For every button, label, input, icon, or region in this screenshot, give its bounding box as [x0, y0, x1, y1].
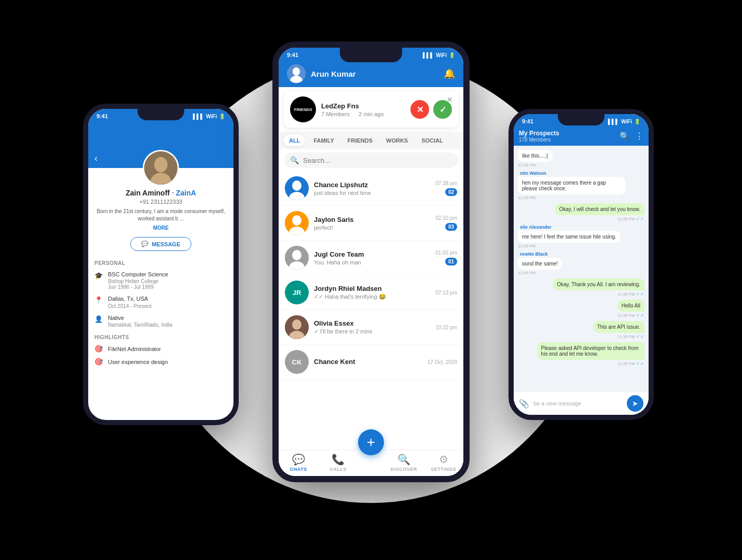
chat-right-1: 07:38 am 02: [435, 180, 457, 196]
calls-label: CALLS: [330, 467, 347, 472]
chat-avatar-1: [285, 176, 309, 200]
chats-label: CHATS: [290, 467, 307, 472]
profile-phone: +91 2311122333: [94, 199, 227, 205]
search-input[interactable]: [303, 157, 452, 164]
chat-preview-1: just ideas for next time: [314, 190, 430, 196]
profile-avatar: [143, 150, 179, 186]
bottom-tab-chats[interactable]: 💬 CHATS: [279, 453, 319, 472]
messages-area: like this....:( 11:35 PM stin Watson hen…: [514, 146, 649, 391]
highlight-text-1: FileNet Administrator: [108, 346, 161, 352]
education-item: 🎓 BSC Computer Science Bishop Heber Coll…: [88, 268, 233, 292]
send-button[interactable]: ➤: [627, 395, 643, 412]
chat-item-info-3: Jugl Core Team You: Haha oh man: [314, 250, 430, 265]
phone-right: 9:41 ▌▌▌WiFi🔋 My Prospects 178 Members 🔍…: [509, 109, 654, 420]
group-search-icon[interactable]: 🔍: [620, 131, 630, 141]
message-time-4: 11:35 PM: [518, 244, 535, 248]
notch-right: [558, 114, 604, 125]
chats-icon: 💬: [292, 453, 305, 466]
message-bubble-6: Okay, Thank you All. I am reviewing.: [553, 278, 644, 290]
decline-button[interactable]: ✕: [410, 100, 429, 119]
search-bar: 🔍: [284, 152, 458, 168]
location-item: 📍 Dallas, Tx, USA Oct 2014 - Present: [88, 292, 233, 311]
notch-left: [138, 109, 184, 120]
bottom-bar: 💬 CHATS 📞 CALLS 🔍 DISCOVER ⚙ SETTINGS +: [279, 450, 463, 476]
chat-item-info-5: Olivia Essex ✓ I'll be there in 2 mins: [314, 319, 430, 335]
message-9: Please asked API developer to check from…: [537, 342, 644, 366]
chat-time-5: 10:32 pm: [435, 325, 457, 330]
chat-avatar-6: CK: [285, 350, 309, 374]
group-menu-icon[interactable]: ⋮: [635, 131, 643, 141]
message-6: Okay, Thank you All. I am reviewing. 11:…: [553, 278, 644, 297]
message-button[interactable]: 💬 MESSAGE: [130, 237, 191, 251]
group-name: My Prospects: [519, 130, 620, 137]
profile-header: ‹: [88, 121, 233, 168]
bell-icon[interactable]: 🔔: [444, 68, 455, 79]
tab-social[interactable]: SOCIAL: [416, 135, 448, 146]
message-input-placeholder[interactable]: be a new message: [533, 400, 623, 407]
bottom-tab-discover[interactable]: 🔍 DISCOVER: [384, 453, 424, 472]
chat-item-info-6: Chance Kent: [314, 358, 422, 367]
message-8: This are API issue. 11:35 PM ✓✓: [593, 321, 644, 339]
chat-item-4[interactable]: JR Jordyn Rhiel Madsen ✓✓ Haha that's te…: [279, 275, 463, 310]
chat-item-2[interactable]: Jaylon Saris perfect! 02:10 pm 03: [279, 206, 463, 241]
message-bubble-3: Okay, I will check and let you know.: [555, 203, 644, 215]
chat-time-4: 07:13 pm: [435, 290, 457, 296]
discover-icon: 🔍: [397, 453, 410, 466]
chat-item-info-2: Jaylon Saris perfect!: [314, 216, 430, 231]
invite-info: LedZep Fns 7 Members · 2 min ago: [321, 102, 405, 117]
profile-info: Zain Aminoff · ZainA +91 2311122333 Born…: [88, 189, 233, 232]
sender-name-4: slie Alexander: [520, 225, 552, 230]
tab-family[interactable]: FAMILY: [308, 135, 339, 146]
profile-name: Zain Aminoff · ZainA: [94, 189, 227, 197]
chat-name-4: Jordyn Rhiel Madsen: [314, 285, 430, 292]
chat-item-5[interactable]: Olivia Essex ✓ I'll be there in 2 mins 1…: [279, 310, 463, 345]
native-label: Native: [108, 314, 172, 322]
settings-icon: ⚙: [439, 453, 448, 466]
bottom-tab-settings[interactable]: ⚙ SETTINGS: [424, 453, 464, 472]
chat-list: Chance Lipshutz just ideas for next time…: [279, 171, 463, 450]
read-ticks-7: ✓✓: [636, 313, 644, 318]
message-time-6: 11:35 PM ✓✓: [553, 291, 644, 297]
college-name: Bishop Heber College: [108, 278, 168, 284]
tab-works[interactable]: WORKS: [381, 135, 413, 146]
chat-tabs: ALL FAMILY FRIENDS WORKS SOCIAL: [279, 132, 463, 149]
location-name: Dallas, Tx, USA: [108, 295, 152, 303]
svg-point-7: [292, 180, 301, 191]
bottom-tab-calls[interactable]: 📞 CALLS: [319, 453, 359, 472]
tab-all[interactable]: ALL: [284, 135, 305, 146]
header-avatar: [287, 64, 306, 83]
chat-item-info-4: Jordyn Rhiel Madsen ✓✓ Haha that's terri…: [314, 285, 430, 300]
fab-button[interactable]: +: [358, 429, 384, 455]
chat-badge-3: 01: [445, 258, 457, 265]
chat-item-6[interactable]: CK Chance Kent 17 Oct, 2020: [279, 345, 463, 380]
back-button[interactable]: ‹: [94, 153, 98, 164]
chat-right-4: 07:13 pm: [435, 290, 457, 296]
chat-name-3: Jugl Core Team: [314, 250, 430, 258]
message-2: stin Watson hen my message comes there a…: [518, 171, 625, 200]
invite-close-button[interactable]: ✕: [447, 95, 453, 104]
highlight-icon-2: 🎯: [94, 358, 103, 366]
read-ticks-6: ✓✓: [636, 291, 644, 297]
attach-icon[interactable]: 📎: [519, 399, 529, 409]
notch-center: [340, 48, 402, 62]
chat-preview-5: ✓ I'll be there in 2 mins: [314, 328, 430, 335]
chat-time-3: 01:55 pm: [435, 250, 457, 256]
chat-preview-2: perfect!: [314, 225, 430, 231]
settings-label: SETTINGS: [431, 467, 456, 472]
sender-name-5: nnette Black: [520, 251, 548, 257]
svg-point-10: [292, 215, 301, 226]
profile-bio: Born in the 21st century, I am a mode co…: [94, 208, 227, 222]
status-time-right: 9:41: [522, 118, 533, 124]
message-bubble-7: Hello All: [617, 300, 644, 312]
chat-header-user: Arun Kumar: [287, 64, 356, 83]
message-bubble-4: me here! I feel the same issue hile usin…: [518, 231, 621, 243]
chat-name-2: Jaylon Saris: [314, 216, 430, 223]
highlight-item-1: 🎯 FileNet Administrator: [88, 342, 233, 355]
chat-item-1[interactable]: Chance Lipshutz just ideas for next time…: [279, 171, 463, 206]
sender-name-2: stin Watson: [520, 171, 546, 176]
more-link[interactable]: MORE: [153, 225, 169, 231]
chat-item-3[interactable]: Jugl Core Team You: Haha oh man 01:55 pm…: [279, 241, 463, 275]
invite-content: FRIENDS LedZep Fns 7 Members · 2 min ago…: [290, 96, 452, 122]
chat-preview-4: ✓✓ Haha that's terrifying 😂: [314, 293, 430, 300]
tab-friends[interactable]: FRIENDS: [342, 135, 378, 146]
